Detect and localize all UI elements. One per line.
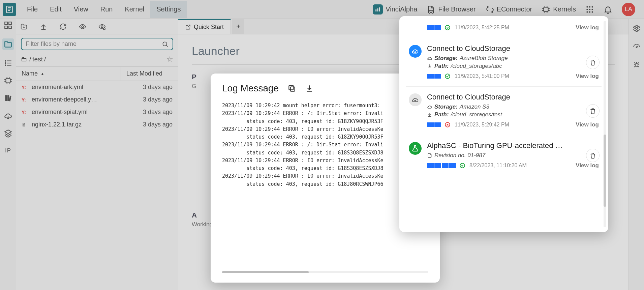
breadcrumb-root-icon[interactable]: 🗀 [21,56,27,63]
breadcrumb-sep: / [44,56,46,63]
tab-label: Quick Start [194,24,224,31]
file-type-icon: Y: [22,97,28,103]
progress-segment [427,122,434,127]
notif-time: 11/9/2023, 5:29:42 PM [455,122,509,128]
gauge-icon[interactable] [633,42,641,51]
notification-item: Connect to CloudStorage Storage: AzureBl… [406,38,602,87]
file-search[interactable] [21,38,173,50]
svg-point-10 [589,8,590,10]
svg-rect-1 [376,9,377,11]
delete-notification-button[interactable] [586,149,600,162]
menu-settings[interactable]: Settings [150,1,187,18]
gear-icon[interactable] [633,24,641,32]
menu-edit[interactable]: Edit [44,1,67,18]
right-rail [628,19,644,290]
new-tab-button[interactable]: + [232,19,244,34]
view-log-link[interactable]: View log [576,121,599,128]
log-scrollbar-thumb[interactable] [222,271,309,273]
file-panel: 🗀 / test / ☆ Name▲ Last Modified Y: envi… [16,19,178,290]
menu-kernel[interactable]: Kernel [119,1,150,18]
cloud-upload-icon [409,93,422,106]
svg-point-9 [586,8,588,10]
notifications-icon[interactable] [604,5,612,14]
file-row[interactable]: Y: enviroment-spiat.yml 3 days ago [16,106,178,118]
svg-point-6 [586,6,588,7]
notif-storage: Storage: AzureBlob Storage [427,55,599,62]
new-folder-icon[interactable] [20,23,28,30]
svg-point-24 [101,26,103,28]
notif-title: Connect to CloudStorage [427,93,599,102]
view-log-link[interactable]: View log [576,162,599,169]
svg-point-20 [5,63,6,63]
column-modified[interactable]: Last Modified [121,67,178,81]
progress-segment [434,122,441,127]
svg-point-21 [5,65,6,65]
file-browser-link[interactable]: File Browser [427,5,476,14]
search-icon[interactable] [162,41,168,48]
vincialpha-icon [373,4,383,14]
econnector-label: EConnector [497,5,532,13]
delete-notification-button[interactable] [586,56,600,69]
grid-view-icon[interactable] [4,21,12,30]
notif-time: 8/22/2023, 11:10:20 AM [469,163,527,169]
notif-footer: 11/9/2023, 5:29:42 PM View log [427,121,599,128]
left-rail: IP [0,19,16,290]
progress-segment [427,74,434,79]
ip-label[interactable]: IP [4,146,12,155]
notif-scrollbar-thumb[interactable] [604,135,606,207]
file-row[interactable]: Y: enviroment-deepcell.y… 3 days ago [16,93,178,106]
file-search-input[interactable] [26,40,162,48]
kernels-link[interactable]: Kernels [542,5,576,14]
folder-tab-icon[interactable] [2,38,14,50]
chip-icon[interactable] [4,76,12,85]
notification-item: AlphaSC - BioTuring GPU-accelerated … Re… [406,135,602,176]
menu-view[interactable]: View [68,1,94,18]
column-name[interactable]: Name▲ [16,67,121,81]
layers-icon[interactable] [4,129,12,138]
notif-revision: Revision no. 01-987 [427,152,599,159]
svg-point-27 [636,27,638,29]
delete-notification-button[interactable] [586,104,600,118]
svg-rect-29 [635,63,638,67]
notif-scrollbar[interactable] [604,21,606,227]
svg-point-23 [82,26,84,28]
log-scrollbar[interactable] [222,271,428,273]
copy-icon[interactable] [287,84,296,93]
progress-segment [442,163,449,168]
svg-point-25 [103,28,105,30]
log-modal-title: Log Message [222,83,279,94]
log-content[interactable]: 2023/11/09 10:29:42 mount helper error: … [222,102,428,268]
menu-run[interactable]: Run [94,1,119,18]
progress-segment [427,163,434,168]
breadcrumb-part[interactable]: test [32,56,43,63]
user-avatar[interactable]: LA [622,3,635,16]
bug-icon[interactable] [633,61,641,69]
view-log-link[interactable]: View log [576,73,599,80]
apps-grid-icon[interactable] [585,5,594,14]
svg-point-8 [591,6,593,7]
tab-quick-start[interactable]: Quick Start [178,19,231,34]
vincialpha-link[interactable]: VinciAlpha [373,4,417,14]
progress-segment [449,163,456,168]
refresh-icon[interactable] [59,23,67,30]
file-row[interactable]: Y: enviroment-ark.yml 3 days ago [16,81,178,93]
upload-icon[interactable] [40,23,47,30]
list-icon[interactable] [4,59,12,67]
eye-icon[interactable] [79,23,86,30]
file-row[interactable]: 🗎 nginx-1.22.1.tar.gz 3 days ago [16,118,178,131]
eye-settings-icon[interactable] [98,23,106,30]
cloud-icon[interactable] [4,111,12,120]
menu-file[interactable]: File [21,1,44,18]
econnector-link[interactable]: EConnector [485,5,532,14]
notif-footer: 11/9/2023, 5:41:00 PM View log [427,73,599,80]
download-icon[interactable] [305,84,314,93]
file-type-icon: 🗎 [22,122,28,127]
notif-time: 11/9/2023, 5:42:25 PM [455,25,509,31]
books-icon[interactable] [4,94,12,103]
favorite-icon[interactable]: ☆ [166,55,173,64]
svg-rect-5 [544,7,548,11]
app-logo[interactable] [3,3,16,16]
view-log-link[interactable]: View log [576,24,599,31]
svg-rect-30 [290,87,295,91]
topbar-right: VinciAlpha File Browser EConnector Kerne… [373,3,641,16]
